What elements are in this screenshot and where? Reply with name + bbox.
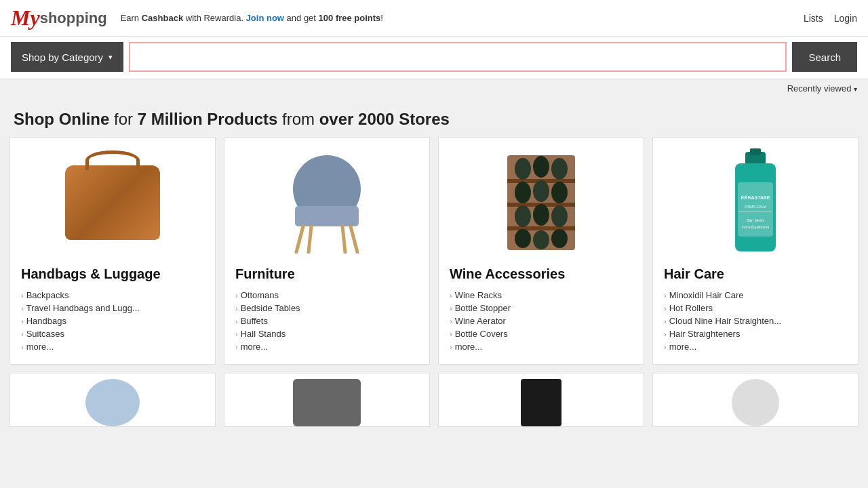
category-link[interactable]: Bottle Covers (455, 329, 508, 339)
category-link-more[interactable]: more... (241, 342, 268, 352)
logo-my: My (11, 5, 40, 30)
category-link[interactable]: Hair Straighteners (669, 329, 741, 339)
hero-part2: for (109, 110, 137, 128)
svg-point-13 (515, 182, 531, 203)
chevron-right-icon: › (235, 304, 238, 312)
svg-point-21 (551, 229, 568, 248)
cashback-end: ! (380, 13, 383, 23)
category-link[interactable]: Hall Stands (241, 329, 285, 339)
list-item: ›Bedside Tables (235, 302, 418, 314)
category-links-wine: ›Wine Racks ›Bottle Stopper ›Wine Aerato… (450, 289, 633, 353)
list-item: ›Hot Rollers (664, 302, 847, 314)
svg-point-18 (551, 205, 568, 227)
list-item: ›Minoxidil Hair Care (664, 289, 847, 302)
chevron-right-icon: › (450, 343, 452, 351)
svg-point-19 (515, 229, 531, 248)
category-link[interactable]: Handbags (26, 316, 66, 326)
category-link[interactable]: Bedside Tables (241, 303, 300, 313)
recently-viewed-button[interactable]: Recently viewed ▾ (787, 83, 857, 94)
hero-part4: from (277, 110, 319, 128)
chair-image (283, 152, 371, 253)
cashback-mid: with Rewardia. (183, 13, 245, 23)
chevron-right-icon: › (21, 330, 24, 338)
search-button[interactable]: Search (792, 42, 857, 72)
partial-image-2 (293, 379, 361, 426)
category-link[interactable]: Wine Aerator (455, 316, 506, 326)
list-item: ›Backpacks (21, 289, 204, 302)
svg-line-2 (296, 226, 303, 252)
category-image-wine (450, 148, 633, 257)
category-link[interactable]: Suitcases (26, 329, 64, 339)
svg-point-15 (551, 182, 568, 203)
wine-rack-image (504, 152, 578, 253)
header-links: Lists Login (804, 13, 857, 24)
login-link[interactable]: Login (834, 13, 857, 24)
chevron-right-icon: › (235, 317, 238, 325)
category-link[interactable]: Ottomans (241, 290, 279, 300)
svg-text:Force Équilibrante: Force Équilibrante (742, 225, 770, 229)
recently-viewed-row: Recently viewed ▾ (0, 79, 868, 98)
category-link[interactable]: Travel Handbags and Lugg... (26, 303, 140, 313)
category-title-haircare: Hair Care (664, 266, 847, 282)
chevron-right-icon: › (450, 317, 452, 325)
chevron-right-icon: › (235, 343, 238, 351)
chevron-right-icon: › (21, 317, 24, 325)
cashback-suffix: and get (284, 13, 319, 23)
logo[interactable]: Myshopping (11, 5, 107, 30)
chevron-down-icon: ▾ (108, 53, 113, 62)
svg-point-11 (533, 156, 549, 178)
search-input[interactable] (130, 43, 785, 70)
hero-part1: Shop Online (14, 110, 109, 128)
category-link[interactable]: Cloud Nine Hair Straighten... (669, 316, 781, 326)
svg-line-4 (309, 226, 311, 252)
category-link[interactable]: Backpacks (26, 290, 69, 300)
svg-line-3 (351, 226, 357, 252)
category-link-more[interactable]: more... (26, 342, 54, 352)
chevron-right-icon: › (664, 304, 667, 312)
chevron-right-icon: › (450, 304, 452, 312)
cashback-prefix: Earn (121, 13, 142, 23)
category-link-more[interactable]: more... (669, 342, 696, 352)
category-image-haircare: KÉRASTASE FIRMO·CALM Bain Séréni Force É… (664, 148, 847, 257)
shop-by-label: Shop by Category (22, 52, 103, 63)
svg-rect-1 (295, 206, 359, 226)
category-card-partial-2 (224, 373, 430, 427)
category-link[interactable]: Buffets (241, 316, 268, 326)
chevron-down-icon: ▾ (854, 85, 857, 93)
category-link[interactable]: Bottle Stopper (455, 303, 511, 313)
category-title-wine: Wine Accessories (450, 266, 633, 282)
category-card-partial-3 (438, 373, 644, 427)
list-item: ›Bottle Covers (450, 327, 633, 340)
cashback-bold1: Cashback (142, 13, 183, 23)
category-link-more[interactable]: more... (455, 342, 482, 352)
chevron-right-icon: › (235, 330, 238, 338)
category-link[interactable]: Minoxidil Hair Care (669, 290, 744, 300)
list-item: ›more... (235, 340, 418, 353)
chevron-right-icon: › (664, 291, 667, 300)
recently-viewed-label: Recently viewed (787, 83, 852, 94)
category-link[interactable]: Wine Racks (455, 290, 502, 300)
category-card-furniture: Furniture ›Ottomans ›Bedside Tables ›Buf… (224, 137, 430, 365)
category-image-handbags (21, 148, 204, 257)
chevron-right-icon: › (21, 304, 24, 312)
join-now-link[interactable]: Join now (246, 13, 284, 23)
chevron-right-icon: › (664, 330, 667, 338)
svg-point-20 (533, 230, 549, 249)
category-link[interactable]: Hot Rollers (669, 303, 713, 313)
svg-text:FIRMO·CALM: FIRMO·CALM (745, 205, 766, 209)
chevron-right-icon: › (21, 291, 24, 300)
partial-image-1 (85, 379, 140, 426)
svg-point-10 (515, 158, 531, 180)
category-links-furniture: ›Ottomans ›Bedside Tables ›Buffets ›Hall… (235, 289, 418, 353)
category-card-haircare: KÉRASTASE FIRMO·CALM Bain Séréni Force É… (652, 137, 859, 365)
category-card-handbags: Handbags & Luggage ›Backpacks ›Travel Ha… (9, 137, 216, 365)
shop-by-button[interactable]: Shop by Category ▾ (11, 42, 123, 72)
shampoo-image: KÉRASTASE FIRMO·CALM Bain Séréni Force É… (728, 148, 783, 257)
list-item: ›Handbags (21, 314, 204, 327)
list-item: ›Travel Handbags and Lugg... (21, 302, 204, 314)
lists-link[interactable]: Lists (804, 13, 823, 24)
list-item: ›Cloud Nine Hair Straighten... (664, 314, 847, 327)
chevron-right-icon: › (450, 291, 452, 300)
search-row: Shop by Category ▾ Search (0, 37, 868, 79)
svg-text:KÉRASTASE: KÉRASTASE (741, 195, 770, 200)
